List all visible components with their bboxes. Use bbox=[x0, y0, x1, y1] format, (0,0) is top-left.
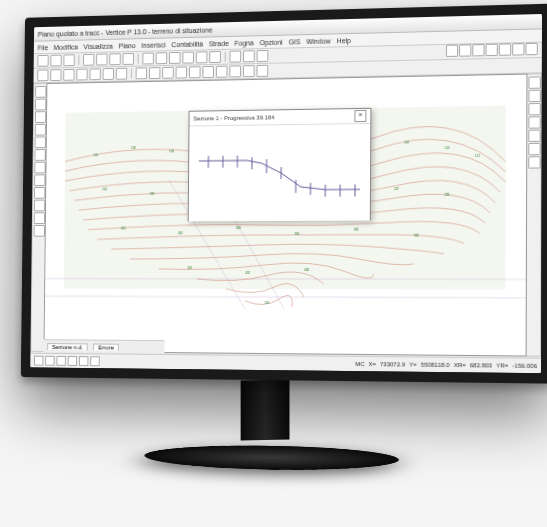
tool-snap-end-icon[interactable] bbox=[528, 76, 540, 88]
menu-inserisci[interactable]: Inserisci bbox=[141, 41, 165, 48]
tool-break-icon[interactable] bbox=[33, 200, 44, 212]
tool-print-icon[interactable] bbox=[83, 54, 94, 66]
status-osnap-icon[interactable] bbox=[68, 356, 77, 366]
status-x-value: 733072.9 bbox=[380, 361, 405, 367]
tool-extend-icon[interactable] bbox=[34, 174, 45, 186]
status-lwt-icon[interactable] bbox=[90, 356, 100, 366]
tool-snap-tan-icon[interactable] bbox=[528, 143, 540, 155]
tool-zoom-fit-icon[interactable] bbox=[196, 51, 208, 63]
tool-explode-icon[interactable] bbox=[33, 225, 44, 237]
tool-offset-icon[interactable] bbox=[34, 149, 45, 161]
tool-section-icon[interactable] bbox=[149, 67, 161, 79]
menu-help[interactable]: Help bbox=[337, 37, 351, 44]
status-bar: MC X= 733072.9 Y= 5508118.0 XR= 682.803 … bbox=[30, 353, 541, 373]
menu-window[interactable]: Window bbox=[306, 37, 331, 45]
tool-info-icon[interactable] bbox=[257, 50, 269, 62]
tool-line-icon[interactable] bbox=[50, 69, 61, 81]
tool-surface-icon[interactable] bbox=[176, 67, 188, 79]
tool-rect-icon[interactable] bbox=[103, 68, 114, 80]
tool-text-icon[interactable] bbox=[116, 68, 127, 80]
tool-copy-icon[interactable] bbox=[109, 53, 120, 65]
monitor-frame: Piano quotato a tracc - Vertice P 13.0 -… bbox=[21, 4, 547, 384]
tool-move-icon[interactable] bbox=[35, 99, 46, 111]
tool-snap-node-icon[interactable] bbox=[528, 116, 540, 128]
status-grid-icon[interactable] bbox=[56, 356, 65, 366]
toolbar-separator bbox=[138, 54, 139, 64]
tool-save-icon[interactable] bbox=[63, 54, 74, 66]
menu-gis[interactable]: GIS bbox=[289, 38, 301, 45]
status-snap-icon[interactable] bbox=[34, 356, 43, 366]
svg-text:109: 109 bbox=[404, 140, 409, 144]
svg-text:103: 103 bbox=[169, 149, 174, 153]
application-screen: Piano quotato a tracc - Vertice P 13.0 -… bbox=[30, 14, 542, 373]
status-ortho-icon[interactable] bbox=[45, 356, 54, 366]
tool-contour-icon[interactable] bbox=[136, 67, 147, 79]
tool-mirror-icon[interactable] bbox=[34, 136, 45, 148]
popup-close-button[interactable]: × bbox=[354, 110, 366, 122]
tool-polyline-icon[interactable] bbox=[63, 69, 74, 81]
tool-circle-icon[interactable] bbox=[89, 68, 100, 80]
menu-fogna[interactable]: Fogna bbox=[234, 39, 253, 46]
tool-point-icon[interactable] bbox=[37, 69, 48, 81]
tool-zoom-in-icon[interactable] bbox=[169, 52, 181, 64]
svg-text:111: 111 bbox=[475, 154, 480, 158]
tool-block-icon[interactable] bbox=[243, 65, 255, 77]
tool-label-icon[interactable] bbox=[229, 65, 241, 77]
tool-scale-icon[interactable] bbox=[34, 124, 45, 136]
tool-redo-icon[interactable] bbox=[156, 52, 168, 64]
tool-layers-icon[interactable] bbox=[229, 51, 241, 63]
menu-visualizza[interactable]: Visualizza bbox=[84, 42, 114, 50]
tool-hatch-icon[interactable] bbox=[202, 66, 214, 78]
tool-snap-mid-icon[interactable] bbox=[528, 90, 540, 102]
tool-snap-center-icon[interactable] bbox=[528, 103, 540, 115]
svg-text:303: 303 bbox=[236, 226, 241, 230]
menu-strade[interactable]: Strade bbox=[209, 39, 229, 46]
svg-text:304: 304 bbox=[294, 232, 299, 236]
status-mode: MC bbox=[355, 361, 364, 367]
tool-pan-icon[interactable] bbox=[209, 51, 221, 63]
tool-select-icon[interactable] bbox=[35, 86, 46, 98]
tool-snap-near-icon[interactable] bbox=[528, 156, 540, 168]
tool-zoom-out-icon[interactable] bbox=[182, 52, 194, 64]
drawing-canvas[interactable]: 101 102 103 104 105 106 107 108 109 110 … bbox=[43, 74, 527, 357]
svg-text:101: 101 bbox=[93, 153, 98, 157]
tool-grid-icon[interactable] bbox=[189, 66, 201, 78]
svg-text:202: 202 bbox=[150, 192, 155, 196]
tab-sezione[interactable]: Sezione n.d. bbox=[47, 343, 88, 350]
svg-text:301: 301 bbox=[121, 227, 126, 231]
tool-dimension-icon[interactable] bbox=[216, 66, 228, 78]
tool-measure-icon[interactable] bbox=[243, 50, 255, 62]
tool-snap-perp-icon[interactable] bbox=[528, 130, 540, 142]
status-polar-icon[interactable] bbox=[79, 356, 89, 366]
status-y-value: 5508118.0 bbox=[421, 362, 450, 368]
tab-errore[interactable]: Errore bbox=[94, 343, 119, 350]
popup-titlebar[interactable]: Sezione 1 - Progressiva 39.184 × bbox=[189, 109, 370, 127]
menu-opzioni[interactable]: Opzioni bbox=[260, 38, 283, 45]
menu-piano[interactable]: Piano bbox=[119, 42, 136, 49]
tool-arc-icon[interactable] bbox=[76, 69, 87, 81]
svg-text:305: 305 bbox=[354, 228, 359, 232]
tool-rotate-icon[interactable] bbox=[34, 111, 45, 123]
tool-export-icon[interactable] bbox=[256, 65, 268, 77]
svg-text:501: 501 bbox=[265, 301, 270, 305]
toolbar-separator bbox=[131, 69, 132, 79]
svg-text:206: 206 bbox=[344, 191, 349, 195]
tool-profile-icon[interactable] bbox=[162, 67, 174, 79]
tool-open-icon[interactable] bbox=[50, 55, 61, 67]
menu-file[interactable]: File bbox=[38, 44, 49, 51]
tool-trim-icon[interactable] bbox=[34, 162, 45, 174]
bottom-tabs: Sezione n.d. Errore bbox=[43, 339, 164, 353]
toolbar-right-vertical bbox=[526, 73, 542, 356]
section-popup: Sezione 1 - Progressiva 39.184 × bbox=[188, 108, 372, 222]
menu-contabilita[interactable]: Contabilità bbox=[171, 40, 203, 48]
window-title: Piano quotato a tracc - Vertice P 13.0 -… bbox=[38, 26, 213, 37]
menu-modifica[interactable]: Modifica bbox=[54, 43, 78, 50]
monitor-stand-base bbox=[138, 443, 403, 472]
tool-new-icon[interactable] bbox=[37, 55, 48, 67]
tool-paste-icon[interactable] bbox=[123, 53, 134, 65]
tool-fillet-icon[interactable] bbox=[34, 187, 45, 199]
tool-undo-icon[interactable] bbox=[142, 53, 154, 65]
svg-text:102: 102 bbox=[131, 146, 136, 150]
tool-join-icon[interactable] bbox=[33, 212, 44, 224]
tool-cut-icon[interactable] bbox=[96, 54, 107, 66]
